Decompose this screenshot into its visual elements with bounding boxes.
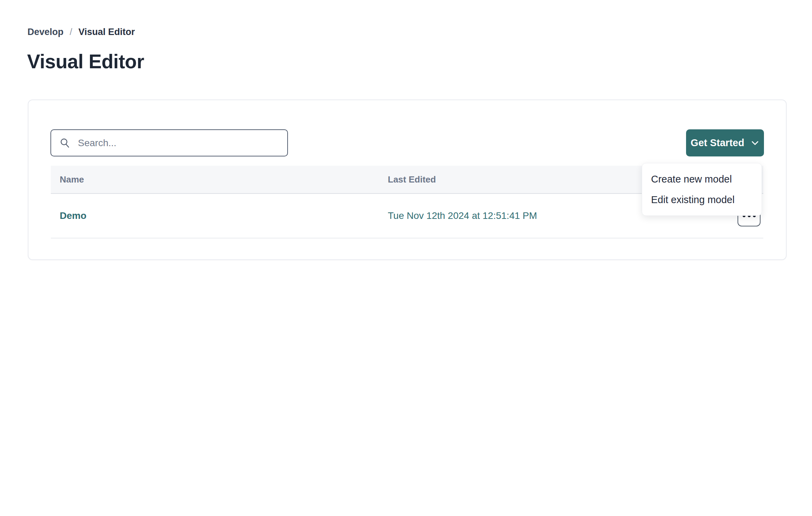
model-name-cell: Demo xyxy=(51,210,388,221)
page-title: Visual Editor xyxy=(27,50,144,73)
breadcrumb-item-visual-editor: Visual Editor xyxy=(79,27,135,37)
breadcrumb-item-develop[interactable]: Develop xyxy=(27,27,63,37)
breadcrumb: Develop / Visual Editor xyxy=(27,27,135,37)
model-link-demo[interactable]: Demo xyxy=(60,210,86,221)
get-started-label: Get Started xyxy=(691,137,744,149)
get-started-dropdown: Create new model Edit existing model xyxy=(642,163,762,216)
toolbar: Get Started xyxy=(28,100,786,156)
menu-item-edit-existing-model[interactable]: Edit existing model xyxy=(642,189,762,210)
menu-item-create-new-model[interactable]: Create new model xyxy=(642,169,762,189)
visual-editor-page: Develop / Visual Editor Visual Editor Ge… xyxy=(0,0,812,516)
model-list-card: Get Started Name Last Edited Demo Tue No… xyxy=(28,99,787,260)
search-box xyxy=(50,129,288,156)
get-started-button[interactable]: Get Started xyxy=(686,129,764,156)
breadcrumb-separator: / xyxy=(70,27,72,37)
search-input[interactable] xyxy=(50,129,288,156)
column-header-name: Name xyxy=(51,174,388,185)
chevron-down-icon xyxy=(751,139,759,148)
